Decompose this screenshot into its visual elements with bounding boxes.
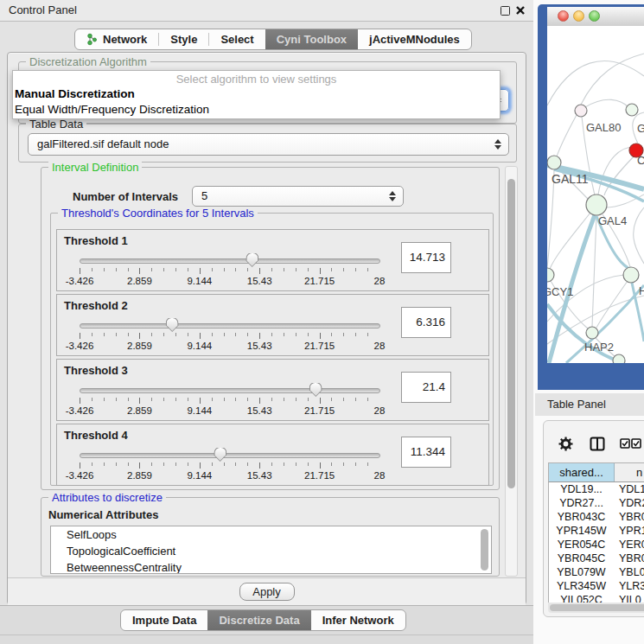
- threshold-label: Threshold 2: [64, 299, 128, 312]
- zoom-traffic-light[interactable]: [589, 10, 600, 22]
- gear-icon[interactable]: [558, 437, 573, 454]
- slider-track[interactable]: [80, 453, 380, 458]
- threshold-value-field[interactable]: 11.344: [401, 437, 451, 468]
- panel-title: Control Panel: [9, 3, 77, 16]
- threshold-value-field[interactable]: 14.713: [401, 242, 451, 273]
- table-horizontal-scrollbar[interactable]: [548, 603, 644, 613]
- node-label: GCY1: [547, 285, 573, 298]
- threshold-slider-2[interactable]: -3.4262.8599.14415.4321.71528: [64, 316, 392, 354]
- float-window-icon[interactable]: [501, 6, 510, 16]
- table-cell: YPR1: [614, 524, 644, 538]
- table-cell: YBL0: [614, 565, 644, 579]
- group-title: Attributes to discretize: [48, 491, 166, 504]
- threshold-panel-2: Threshold 2 -3.4262.8599.14415.4321.7152…: [56, 294, 489, 356]
- settings-scrollbar[interactable]: [505, 166, 518, 577]
- tab-impute-data[interactable]: Impute Data: [121, 610, 207, 630]
- threshold-value-field[interactable]: 6.316: [401, 307, 451, 338]
- slider-track[interactable]: [80, 258, 380, 264]
- threshold-value-field[interactable]: 21.4: [401, 372, 451, 403]
- table-row[interactable]: YBR043CYBR0: [549, 510, 644, 524]
- checkbox-icon[interactable]: [620, 438, 630, 451]
- table-cell: YBR045C: [549, 552, 614, 565]
- column-header-shared-name[interactable]: shared...: [549, 463, 615, 481]
- network-node-h[interactable]: [623, 267, 639, 283]
- network-node-gal4[interactable]: [586, 194, 607, 215]
- checkbox-icon[interactable]: [631, 438, 641, 451]
- table-row[interactable]: YER054CYER0: [549, 538, 644, 552]
- apply-button[interactable]: Apply: [239, 583, 295, 601]
- slider-track[interactable]: [80, 323, 380, 328]
- scrollbar-thumb[interactable]: [507, 179, 515, 488]
- table-cell: YLR3: [614, 579, 644, 593]
- group-title: Discretization Algorithm: [26, 55, 150, 68]
- combobox-value: 5: [201, 189, 207, 202]
- control-panel: Control Panel Network Style Select Cyni …: [0, 0, 533, 644]
- network-node-gal80[interactable]: [575, 105, 587, 117]
- network-window-titlebar[interactable]: [547, 7, 644, 27]
- tick-label: 15.43: [247, 276, 272, 286]
- table-row[interactable]: YDL19...YDL1: [549, 482, 644, 496]
- list-item[interactable]: SelfLoops: [51, 526, 491, 543]
- table-row[interactable]: YIL052CYIL0: [549, 593, 644, 603]
- table-data-combobox[interactable]: galFiltered.sif default node: [28, 133, 509, 156]
- column-header-name[interactable]: n: [615, 463, 644, 481]
- table-row[interactable]: YBL079WYBL0: [549, 565, 644, 579]
- dropdown-item-equal-width[interactable]: Equal Width/Frequency Discretization: [13, 103, 500, 118]
- interval-definition-group: Interval Definition Number of Intervals …: [41, 167, 500, 490]
- scrollbar-thumb[interactable]: [550, 604, 644, 611]
- slider-track[interactable]: [80, 388, 380, 393]
- tab-network[interactable]: Network: [75, 29, 158, 49]
- network-node[interactable]: [626, 104, 638, 116]
- tick-label: 28: [374, 405, 386, 416]
- network-node-gal11[interactable]: [547, 156, 561, 169]
- node-table-body: YDL19...YDL1YDR27...YDR2YBR043CYBR0YPR14…: [548, 482, 644, 603]
- tick-label: 2.859: [127, 405, 152, 416]
- list-item[interactable]: TopologicalCoefficient: [51, 543, 491, 559]
- network-canvas[interactable]: GAL80 GA GAL11 C GAL4 GCY1 H HAP2: [547, 26, 644, 363]
- minimize-traffic-light[interactable]: [573, 10, 584, 22]
- num-intervals-combobox[interactable]: 5: [192, 186, 404, 207]
- table-row[interactable]: YPR145WYPR1: [549, 524, 644, 538]
- tab-label: Infer Network: [322, 614, 394, 627]
- close-traffic-light[interactable]: [558, 10, 569, 22]
- cyni-toolbox-panel: Discretization Algorithm Select algorith…: [7, 52, 526, 605]
- control-panel-titlebar: Control Panel: [0, 0, 533, 22]
- tab-jactivemnodules[interactable]: jActiveMNodules: [358, 29, 471, 49]
- threshold-slider-4[interactable]: -3.4262.8599.14415.4321.71528: [64, 445, 392, 483]
- tab-style[interactable]: Style: [159, 29, 208, 49]
- slider-handle[interactable]: [245, 252, 258, 267]
- top-tab-bar: Network Style Select Cyni Toolbox jActiv…: [74, 29, 472, 50]
- attributes-group: Attributes to discretize Numerical Attri…: [41, 497, 500, 577]
- right-side: GAL80 GA GAL11 C GAL4 GCY1 H HAP2 Table …: [533, 0, 644, 644]
- slider-ticks: [80, 398, 379, 405]
- settings-scroll-area: Interval Definition Number of Intervals …: [40, 165, 505, 577]
- table-cell: YIL052C: [549, 593, 614, 603]
- tick-label: 9.144: [187, 405, 212, 416]
- tab-discretize-data[interactable]: Discretize Data: [207, 610, 310, 630]
- threshold-slider-1[interactable]: -3.4262.8599.14415.4321.71528: [64, 251, 392, 289]
- network-node-hap2[interactable]: [586, 327, 598, 339]
- attributes-list[interactable]: SelfLoops TopologicalCoefficient Between…: [50, 526, 492, 574]
- stepper-arrows-icon: [389, 191, 396, 201]
- network-node[interactable]: [613, 354, 625, 363]
- table-row[interactable]: YDR27...YDR2: [549, 496, 644, 510]
- slider-handle[interactable]: [309, 382, 322, 397]
- list-item[interactable]: BetweennessCentrality: [51, 559, 491, 574]
- slider-tick-labels: -3.4262.8599.14415.4321.71528: [80, 276, 379, 287]
- network-node-gcy1[interactable]: [547, 268, 554, 282]
- threshold-slider-3[interactable]: -3.4262.8599.14415.4321.71528: [64, 380, 392, 418]
- dropdown-item-manual[interactable]: Manual Discretization: [13, 87, 500, 103]
- list-scrollbar[interactable]: [481, 529, 488, 571]
- table-row[interactable]: YBR045CYBR0: [549, 552, 644, 565]
- slider-handle[interactable]: [166, 317, 179, 332]
- tab-select[interactable]: Select: [209, 29, 265, 49]
- close-icon[interactable]: [515, 5, 526, 16]
- tab-infer-network[interactable]: Infer Network: [311, 610, 405, 630]
- group-title: Threshold's Coordinates for 5 Intervals: [58, 207, 258, 220]
- slider-handle[interactable]: [214, 447, 226, 462]
- tab-cyni-toolbox[interactable]: Cyni Toolbox: [265, 29, 358, 49]
- tab-label: jActiveMNodules: [369, 33, 460, 46]
- divider: [0, 634, 533, 635]
- table-row[interactable]: YLR345WYLR3: [549, 579, 644, 593]
- split-columns-icon[interactable]: [590, 437, 605, 454]
